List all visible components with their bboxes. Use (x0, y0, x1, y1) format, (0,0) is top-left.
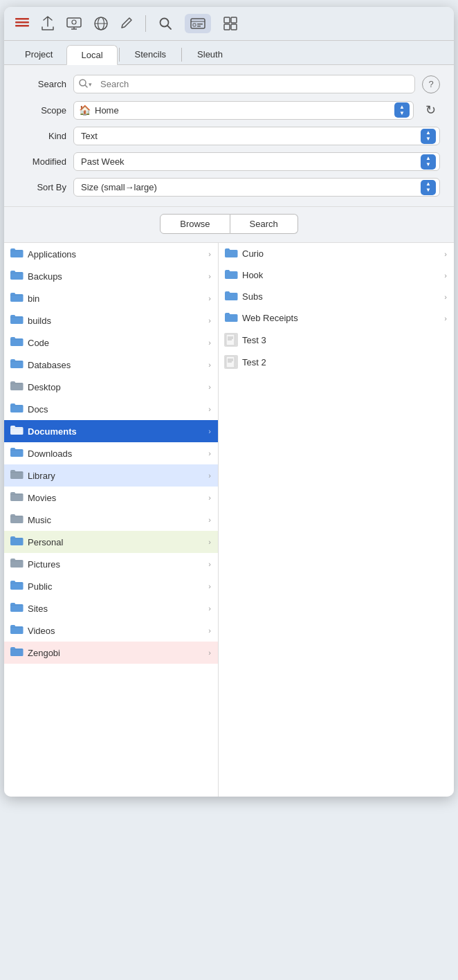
list-item[interactable]: Pictures› (4, 553, 218, 575)
search-action-button[interactable]: Search (230, 214, 298, 234)
search-input-wrapper: ▾ (73, 75, 415, 93)
share-icon[interactable] (42, 16, 54, 31)
sort-select-wrapper: Size (small→large) ▲ ▼ (73, 178, 440, 197)
list-item[interactable]: Music› (4, 509, 218, 531)
file-item-name: Test 2 (242, 357, 447, 368)
folder-icon (10, 579, 24, 593)
list-item[interactable]: Personal› (4, 531, 218, 553)
list-item[interactable]: Hook› (219, 264, 454, 286)
list-item[interactable]: Code› (4, 332, 218, 354)
tab-local[interactable]: Local (66, 45, 117, 65)
chevron-right-icon: › (208, 383, 211, 391)
file-item-name: Desktop (28, 382, 204, 392)
search-input[interactable] (73, 75, 415, 93)
tab-project[interactable]: Project (11, 45, 66, 64)
list-item[interactable]: Docs› (4, 398, 218, 420)
list-item[interactable]: Applications› (4, 243, 218, 265)
file-item-name: Subs (242, 291, 440, 302)
svg-rect-32 (234, 363, 237, 366)
chevron-right-icon: › (208, 250, 211, 258)
folder-icon (224, 247, 238, 260)
kind-label: Kind (18, 131, 66, 141)
svg-line-22 (85, 85, 87, 87)
grid-icon[interactable] (223, 17, 237, 30)
folder-icon (10, 513, 24, 527)
file-item-name: Library (28, 471, 204, 481)
file-item-name: Music (28, 515, 204, 525)
folder-icon (224, 269, 238, 282)
folder-icon (10, 535, 24, 549)
file-item-name: Databases (28, 360, 204, 370)
pen-icon[interactable] (120, 17, 133, 30)
tab-separator-2 (181, 48, 182, 62)
folder-icon (10, 247, 24, 261)
file-item-name: Zengobi (28, 648, 204, 658)
refresh-button[interactable]: ↻ (421, 100, 440, 120)
list-item[interactable]: Zengobi› (4, 642, 218, 664)
list-item[interactable]: Subs› (219, 286, 454, 307)
svg-rect-14 (193, 24, 196, 26)
list-item[interactable]: Test 3 (219, 329, 454, 351)
folder-icon (10, 446, 24, 460)
list-item[interactable]: Curio› (219, 243, 454, 264)
list-item[interactable]: Movies› (4, 487, 218, 509)
list-item[interactable]: Web Receipts› (219, 307, 454, 329)
svg-rect-16 (197, 26, 201, 27)
scope-select[interactable]: Home (73, 101, 414, 120)
list-item[interactable]: Sites› (4, 597, 218, 619)
list-item[interactable]: Videos› (4, 619, 218, 642)
list-item[interactable]: Library› (4, 464, 218, 487)
svg-rect-1 (15, 21, 29, 24)
file-item-name: Documents (28, 426, 204, 437)
toolbar (4, 7, 454, 41)
sort-select[interactable]: Size (small→large) (73, 178, 440, 197)
search-icon (79, 79, 88, 90)
chevron-right-icon: › (444, 314, 447, 323)
kind-select-wrapper: Text ▲ ▼ (73, 127, 440, 145)
list-item[interactable]: Backups› (4, 265, 218, 287)
modified-select[interactable]: Past Week (73, 152, 440, 171)
list-item[interactable]: Downloads› (4, 442, 218, 464)
chevron-right-icon: › (208, 538, 211, 546)
kind-select[interactable]: Text (73, 127, 440, 145)
list-item[interactable]: Documents› (4, 420, 218, 442)
list-item[interactable]: Test 2 (219, 351, 454, 373)
globe-icon[interactable] (94, 17, 108, 30)
list-item[interactable]: bin› (4, 287, 218, 309)
chevron-right-icon: › (208, 405, 211, 413)
file-item-name: Applications (28, 249, 204, 260)
chevron-right-icon: › (444, 271, 447, 280)
folder-icon (10, 624, 24, 637)
file-item-name: Pictures (28, 559, 204, 570)
folder-icon (10, 336, 24, 350)
folder-icon (10, 424, 24, 438)
tab-separator (119, 48, 120, 62)
toolbar-sep-1 (145, 15, 146, 32)
folder-icon (10, 269, 24, 283)
browse-button[interactable]: Browse (160, 214, 230, 234)
modified-label: Modified (18, 156, 66, 167)
tab-stencils[interactable]: Stencils (121, 45, 181, 64)
svg-rect-2 (15, 25, 29, 27)
tab-sleuth[interactable]: Sleuth (183, 45, 237, 64)
presentation-icon[interactable] (66, 17, 82, 30)
search-toolbar-icon[interactable] (158, 17, 172, 30)
search-label: Search (18, 79, 66, 89)
list-item[interactable]: Public› (4, 575, 218, 597)
list-item[interactable]: Databases› (4, 354, 218, 376)
help-button[interactable]: ? (422, 75, 440, 93)
file-item-name: Backups (28, 271, 204, 282)
chevron-right-icon: › (444, 250, 447, 258)
folder-icon (10, 491, 24, 505)
folder-icon (10, 557, 24, 571)
list-item[interactable]: builds› (4, 309, 218, 332)
list-item[interactable]: Desktop› (4, 376, 218, 398)
library-icon[interactable] (185, 14, 211, 33)
folder-icon (10, 601, 24, 615)
sort-row: Sort By Size (small→large) ▲ ▼ (18, 178, 440, 197)
file-browser: Applications› Backups› bin› builds› Code… (4, 243, 454, 797)
folder-icon (10, 469, 24, 482)
right-pane: Curio› Hook› Subs› Web Receipts› Test 3 … (219, 243, 454, 797)
chevron-right-icon: › (208, 471, 211, 480)
menu-icon[interactable] (15, 18, 29, 29)
